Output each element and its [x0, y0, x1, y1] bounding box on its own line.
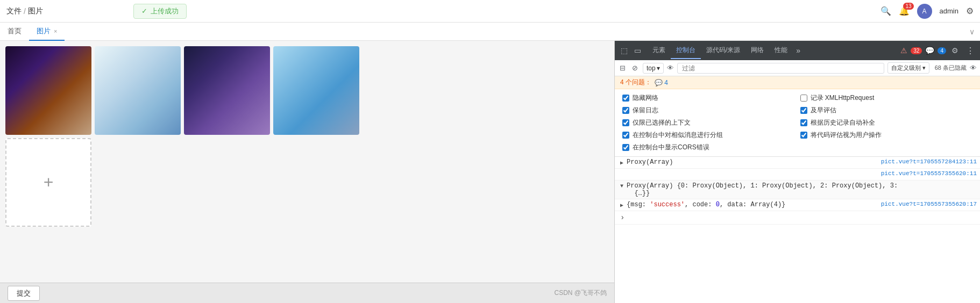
option-record-xhr[interactable]: 记录 XMLHttpRequest — [800, 92, 973, 104]
devtools-more-icon[interactable]: ⋮ — [964, 44, 977, 58]
top-bar: 文件 / 图片 ✓ 上传成功 🔍 🔔 13 A admin ⚙ — [0, 0, 980, 23]
devtools-toolbar-right: ⚠ 32 💬 4 ⚙ ⋮ — [900, 44, 977, 58]
tab-pics-label: 图片 — [37, 26, 51, 36]
issues-bar: 4 个问题： 💬 4 — [615, 76, 980, 89]
tab-performance[interactable]: 性能 — [769, 42, 793, 59]
image-grid: + — [5, 46, 609, 227]
option-group-similar[interactable]: 在控制台中对相似消息进行分组 — [622, 129, 795, 141]
console-bottom-arrow[interactable]: › — [615, 211, 980, 225]
tab-console[interactable]: 控制台 — [671, 42, 701, 59]
option-selected-context-checkbox[interactable] — [622, 119, 629, 126]
option-eager-eval[interactable]: 及早评估 — [800, 105, 973, 116]
option-group-similar-checkbox[interactable] — [622, 132, 629, 139]
log-level-label: top — [647, 64, 656, 72]
tab-home-label: 首页 — [8, 26, 22, 36]
error-warning-icon: ⚠ — [900, 46, 907, 55]
option-eager-eval-label: 及早评估 — [811, 106, 836, 115]
error-count-badge: 32 — [911, 47, 922, 54]
log-text-3: Proxy(Array) {0: Proxy(Object), 1: Proxy… — [627, 182, 974, 197]
option-hide-network[interactable]: 隐藏网络 — [622, 92, 795, 104]
tab-home[interactable]: 首页 — [0, 23, 29, 41]
tab-elements[interactable]: 元素 — [647, 42, 671, 59]
custom-levels-arrow: ▾ — [922, 64, 926, 71]
option-record-xhr-checkbox[interactable] — [800, 95, 807, 102]
log-link-1[interactable]: pict.vue?t=1705557284123:11 — [881, 158, 977, 165]
option-preserve-log-label: 保留日志 — [633, 106, 658, 115]
log-level-arrow: ▾ — [657, 64, 660, 72]
image-gallery: + — [0, 41, 614, 283]
option-code-as-user-checkbox[interactable] — [800, 132, 807, 139]
option-selected-context-label: 仅限已选择的上下文 — [633, 118, 691, 127]
option-autocomplete-history-checkbox[interactable] — [800, 119, 807, 126]
tab-collapse-button[interactable]: ∨ — [969, 27, 980, 36]
breadcrumb: 文件 / 图片 — [6, 6, 43, 16]
left-wrapper: + 提交 CSDN @飞哥不鸽 — [0, 41, 614, 303]
admin-label: admin — [940, 7, 958, 15]
option-preserve-log-checkbox[interactable] — [622, 107, 629, 114]
tab-bar: 首页 图片 × ∨ — [0, 23, 980, 41]
expand-arrow-1[interactable]: ▶ — [620, 160, 623, 166]
eye-icon[interactable]: 👁 — [667, 64, 674, 72]
image-cell-3[interactable] — [184, 46, 270, 135]
custom-levels-label: 自定义级别 — [891, 64, 921, 71]
notification-badge: 13 — [903, 3, 913, 10]
expand-arrow-3[interactable]: ▼ — [620, 183, 623, 189]
warn-icon: 💬 — [925, 46, 934, 55]
log-entry-4: ▶ {msg: 'success', code: 0, data: Array(… — [615, 199, 980, 211]
tab-close-icon[interactable]: × — [54, 28, 57, 34]
log-level-dropdown[interactable]: top ▾ — [643, 63, 664, 74]
devtools-settings-icon[interactable]: ⚙ — [949, 44, 961, 57]
custom-levels-dropdown[interactable]: 自定义级别 ▾ — [887, 62, 929, 74]
option-group-similar-label: 在控制台中对相似消息进行分组 — [633, 131, 723, 140]
main-content: + 提交 CSDN @飞哥不鸽 ⬚ ▭ 元素 控制台 源代码/来源 网络 性能 … — [0, 41, 980, 303]
expand-arrow-4[interactable]: ▶ — [620, 202, 623, 208]
submit-button[interactable]: 提交 — [8, 286, 40, 301]
tab-more-icon[interactable]: » — [793, 44, 804, 57]
search-icon[interactable]: 🔍 — [880, 6, 891, 16]
device-toggle-icon[interactable]: ▭ — [631, 44, 644, 57]
chevron-down-icon: ∨ — [969, 27, 975, 36]
tab-network[interactable]: 网络 — [745, 42, 769, 59]
clear-console-icon[interactable]: ⊘ — [630, 62, 640, 74]
devtools-toolbar: ⬚ ▭ 元素 控制台 源代码/来源 网络 性能 » ⚠ 32 💬 4 ⚙ ⋮ — [615, 41, 980, 60]
top-bar-right: 🔍 🔔 13 A admin ⚙ — [880, 4, 974, 19]
option-selected-context[interactable]: 仅限已选择的上下文 — [622, 117, 795, 128]
option-code-as-user[interactable]: 将代码评估视为用户操作 — [800, 129, 973, 141]
option-hide-network-checkbox[interactable] — [622, 95, 629, 102]
sidebar-toggle-icon[interactable]: ⊟ — [618, 62, 627, 74]
upload-success-toast: ✓ 上传成功 — [133, 4, 187, 19]
option-autocomplete-history[interactable]: 根据历史记录自动补全 — [800, 117, 973, 128]
console-log-area: ▶ Proxy(Array) pict.vue?t=1705557284123:… — [615, 157, 980, 303]
tab-pics[interactable]: 图片 × — [29, 23, 65, 41]
option-eager-eval-checkbox[interactable] — [800, 107, 807, 114]
log-link-2[interactable]: pict.vue?t=1705557355620:11 — [881, 170, 977, 177]
option-preserve-log[interactable]: 保留日志 — [622, 105, 795, 116]
notification-button[interactable]: 🔔 13 — [899, 6, 910, 16]
footer-text: CSDN @飞哥不鸽 — [554, 288, 607, 298]
add-image-button[interactable]: + — [5, 138, 91, 227]
hidden-eye-icon[interactable]: 👁 — [970, 64, 977, 72]
log-entry-2: ▶ pict.vue?t=1705557355620:11 — [615, 169, 980, 181]
breadcrumb-separator: / — [24, 7, 26, 16]
log-text-4: {msg: 'success', code: 0, data: Array(4)… — [627, 201, 878, 208]
option-cors-errors[interactable]: 在控制台中显示CORS错误 — [622, 142, 795, 153]
log-entry-1: ▶ Proxy(Array) pict.vue?t=1705557284123:… — [615, 157, 980, 169]
image-cell-2[interactable] — [95, 46, 181, 135]
settings-icon[interactable]: ⚙ — [966, 6, 974, 16]
image-cell-4[interactable] — [273, 46, 359, 135]
option-hide-network-label: 隐藏网络 — [633, 93, 658, 103]
check-icon: ✓ — [141, 7, 147, 15]
upload-success-text: 上传成功 — [151, 6, 179, 16]
option-cors-errors-checkbox[interactable] — [622, 144, 629, 151]
inspect-element-icon[interactable]: ⬚ — [618, 44, 630, 57]
image-cell-1[interactable] — [5, 46, 91, 135]
plus-icon: + — [44, 172, 54, 192]
tab-source[interactable]: 源代码/来源 — [701, 42, 745, 59]
option-code-as-user-label: 将代码评估视为用户操作 — [811, 131, 882, 140]
issues-count-link[interactable]: 💬 4 — [655, 79, 668, 86]
number-value: 0 — [716, 201, 720, 208]
console-filter-input[interactable] — [677, 63, 884, 74]
avatar[interactable]: A — [917, 4, 932, 19]
log-link-4[interactable]: pict.vue?t=1705557355620:17 — [881, 201, 977, 207]
right-arrow-icon: › — [620, 213, 624, 222]
